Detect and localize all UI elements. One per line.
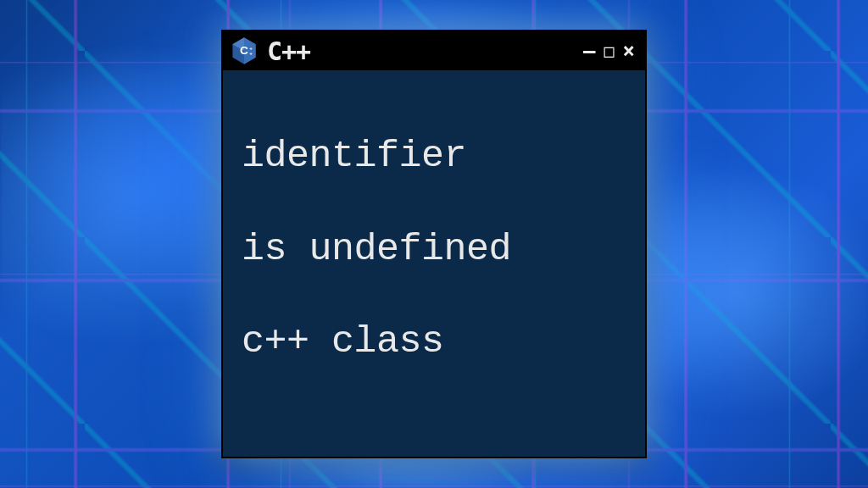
content-line-3: c++ class [242,319,626,366]
titlebar-left: C + + C++ [230,36,310,66]
close-button[interactable]: × [621,39,637,63]
window-title: C++ [267,36,310,66]
content-line-1: identifier [242,134,626,180]
cpp-icon: C + + [230,36,259,65]
minimize-button[interactable]: – [581,39,597,63]
content-line-2: is undefined [242,227,626,274]
terminal-content: identifier is undefined c++ class [223,70,645,430]
svg-text:+: + [249,50,253,56]
maximize-button[interactable]: □ [603,41,616,61]
terminal-window: C + + C++ – □ × identifier is undefined … [221,30,647,458]
svg-text:C: C [240,44,248,57]
window-controls: – □ × [581,39,637,63]
window-titlebar[interactable]: C + + C++ – □ × [223,31,645,70]
